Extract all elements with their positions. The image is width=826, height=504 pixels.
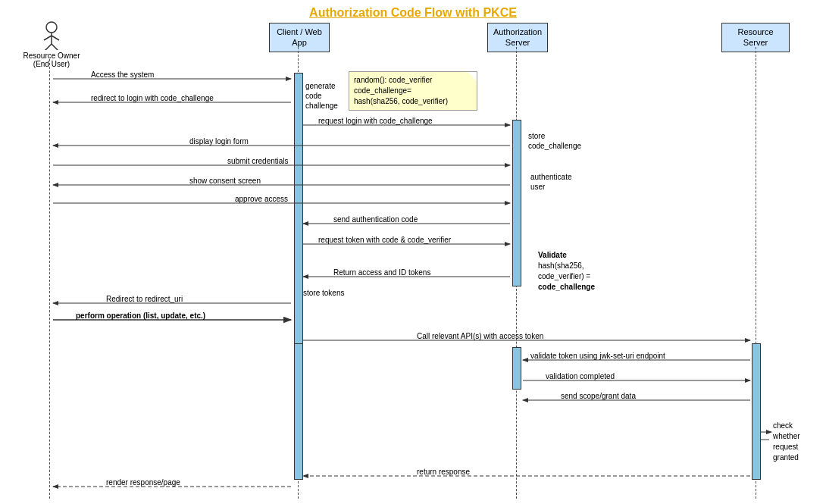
msg-display-login: display login form — [189, 137, 249, 146]
actor-resource-owner: Resource Owner(End User) — [21, 21, 82, 68]
msg-validation-completed: validation completed — [546, 372, 615, 380]
msg-render-page: render response/page — [106, 478, 180, 487]
lifeline-box-client-app: Client / Web App — [269, 23, 330, 52]
msg-redirect-uri: Redirect to redirect_uri — [106, 295, 183, 303]
svg-line-2 — [44, 36, 52, 40]
msg-validate-token: validate token using jwk-set-uri endpoin… — [530, 352, 665, 360]
msg-redirect-login: redirect to login with code_challenge — [91, 94, 214, 102]
svg-line-4 — [44, 44, 52, 50]
msg-show-consent: show consent screen — [189, 177, 261, 185]
msg-approve: approve access — [235, 195, 288, 203]
activation-resource-1 — [752, 343, 761, 480]
actor-resource-owner-label: Resource Owner(End User) — [21, 52, 82, 68]
svg-line-3 — [52, 36, 59, 40]
msg-return-response: return response — [417, 468, 470, 476]
svg-point-0 — [46, 22, 57, 33]
note-code-verifier: random(): code_verifiercode_challenge=ha… — [349, 71, 477, 111]
lifeline-box-auth-server: AuthorizationServer — [487, 23, 548, 52]
diagram: Authorization Code Flow with PKCE Resour… — [0, 0, 826, 504]
msg-send-scope: send scope/grant data — [561, 392, 636, 400]
diagram-title: Authorization Code Flow with PKCE — [0, 0, 826, 20]
activation-client-1 — [294, 73, 303, 344]
msg-send-auth-code: send authentication code — [333, 215, 418, 224]
msg-call-api: Call relevant API(s) with access token — [417, 332, 543, 340]
msg-request-login: request login with code_challenge — [318, 117, 433, 125]
msg-submit-creds: submit credentials — [227, 157, 289, 165]
msg-perform-op: perform operation (list, update, etc.) — [76, 311, 205, 320]
stick-figure-icon — [40, 21, 63, 50]
svg-line-5 — [52, 44, 59, 50]
activation-auth-1 — [512, 120, 521, 286]
label-generate-code: generatecodechallenge — [305, 81, 338, 111]
activation-client-2 — [294, 343, 303, 480]
note-validate-hash: Validatehash(sha256,code_verifier) =code… — [538, 250, 629, 293]
note-authenticate-user: authenticateuser — [530, 172, 572, 192]
note-store-tokens: store tokens — [303, 289, 344, 297]
msg-request-token: request token with code & code_verifier — [318, 236, 451, 244]
msg-access-system: Access the system — [91, 70, 154, 79]
msg-return-tokens: Return access and ID tokens — [333, 268, 430, 277]
lifeline-resource-owner — [49, 59, 50, 499]
activation-auth-2 — [512, 347, 521, 390]
note-check-request: checkwhetherrequestgranted — [773, 421, 800, 463]
note-store-code-challenge: storecode_challenge — [528, 131, 581, 151]
